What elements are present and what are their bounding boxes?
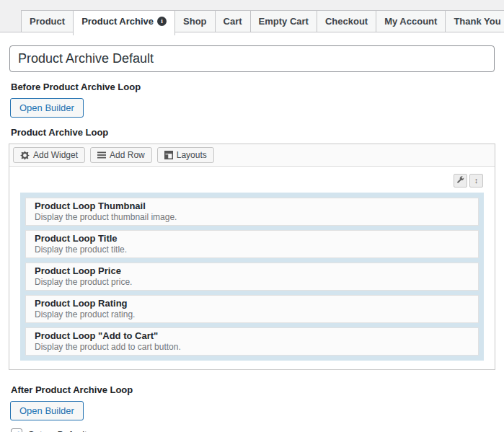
widget-product-loop-title[interactable]: Product Loop Title Display the product t…	[25, 230, 479, 258]
widget-title: Product Loop Thumbnail	[35, 200, 469, 211]
widget-title: Product Loop Rating	[35, 298, 469, 309]
builder-content: ↕ Product Loop Thumbnail Display the pro…	[9, 167, 495, 369]
layout-icon	[164, 151, 173, 159]
wrench-icon	[456, 176, 464, 185]
tab-cart-label: Cart	[224, 16, 242, 27]
widget-description: Display the product title.	[35, 245, 469, 255]
tab-thank-you-label: Thank You	[454, 16, 500, 27]
add-row-button[interactable]: Add Row	[90, 147, 152, 163]
content-panel: Before Product Archive Loop Open Builder…	[0, 32, 504, 432]
widget-title: Product Loop Title	[35, 233, 469, 244]
rows-icon	[97, 151, 106, 159]
widget-product-loop-rating[interactable]: Product Loop Rating Display the product …	[25, 295, 479, 323]
gear-icon	[20, 151, 30, 160]
tab-product-archive[interactable]: Product Archive i	[73, 10, 175, 35]
add-widget-label: Add Widget	[33, 150, 78, 160]
tab-shop-label: Shop	[183, 16, 207, 27]
tab-checkout-label: Checkout	[325, 16, 368, 27]
row-settings-button[interactable]	[454, 174, 467, 188]
widget-description: Display the product price.	[35, 278, 469, 287]
tab-empty-cart-label: Empty Cart	[259, 16, 309, 27]
set-as-default-row: Set as Default	[11, 428, 504, 432]
widget-product-loop-thumbnail[interactable]: Product Loop Thumbnail Display the produ…	[25, 198, 479, 226]
widget-description: Display the product add to cart button.	[35, 343, 469, 352]
widget-title: Product Loop Price	[35, 265, 469, 276]
after-loop-label: After Product Archive Loop	[11, 384, 493, 395]
screen: Product Product Archive i Shop Cart Empt…	[0, 0, 504, 432]
widget-description: Display the product rating.	[35, 310, 469, 319]
before-loop-label: Before Product Archive Loop	[11, 81, 493, 92]
tab-product-label: Product	[30, 16, 65, 27]
widget-product-loop-add-to-cart[interactable]: Product Loop "Add to Cart" Display the p…	[25, 327, 479, 356]
row-move-button[interactable]: ↕	[469, 174, 483, 188]
set-as-default-label: Set as Default	[28, 429, 87, 432]
before-loop-open-builder-button[interactable]: Open Builder	[10, 98, 84, 118]
tab-shop[interactable]: Shop	[174, 10, 216, 32]
up-down-arrows-icon: ↕	[474, 177, 479, 185]
page-builder: Add Widget Add Row Layouts	[9, 144, 495, 370]
after-loop-open-builder-button[interactable]: Open Builder	[10, 401, 84, 420]
layouts-button[interactable]: Layouts	[157, 147, 214, 163]
tab-product-archive-label: Product Archive	[81, 16, 154, 27]
add-row-label: Add Row	[110, 150, 145, 160]
tab-my-account[interactable]: My Account	[376, 10, 446, 32]
tab-empty-cart[interactable]: Empty Cart	[250, 10, 317, 32]
add-widget-button[interactable]: Add Widget	[13, 147, 85, 163]
widget-product-loop-price[interactable]: Product Loop Price Display the product p…	[25, 263, 479, 291]
template-tabs: Product Product Archive i Shop Cart Empt…	[0, 0, 504, 32]
info-icon: i	[157, 17, 167, 26]
set-as-default-checkbox[interactable]	[11, 428, 22, 432]
tab-checkout[interactable]: Checkout	[317, 10, 376, 32]
builder-toolbar: Add Widget Add Row Layouts	[9, 144, 495, 167]
row-actions: ↕	[20, 174, 483, 188]
layouts-label: Layouts	[177, 150, 207, 160]
tab-cart[interactable]: Cart	[215, 10, 251, 32]
widget-description: Display the product thumbnail image.	[35, 213, 469, 222]
widget-title: Product Loop "Add to Cart"	[35, 330, 469, 341]
tab-my-account-label: My Account	[384, 16, 437, 27]
builder-cell: Product Loop Thumbnail Display the produ…	[20, 193, 484, 361]
tab-product[interactable]: Product	[21, 10, 74, 32]
tab-thank-you[interactable]: Thank You	[445, 10, 504, 32]
loop-label: Product Archive Loop	[11, 127, 493, 138]
template-name-input[interactable]	[9, 45, 495, 72]
